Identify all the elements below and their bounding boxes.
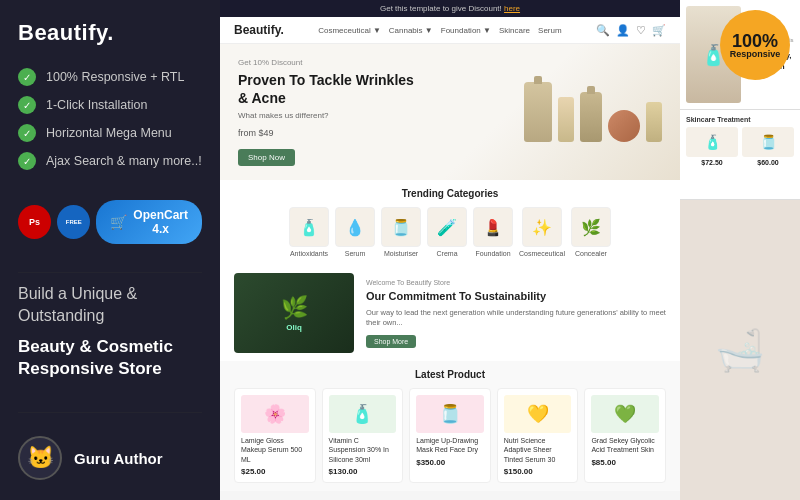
product-card[interactable]: 🫙 Lamige Up-Drawing Mask Red Face Dry $3…	[409, 388, 491, 482]
free-badge: FREE	[57, 205, 90, 239]
feature-text: 1-Click Installation	[46, 98, 147, 112]
nav-item[interactable]: Skincare	[499, 26, 530, 35]
check-icon: ✓	[18, 124, 36, 142]
category-label: Cosmeceutical	[519, 250, 565, 257]
responsive-percent: 100%	[732, 32, 778, 50]
category-item[interactable]: 💄 Foundation	[473, 207, 513, 257]
product-tube	[558, 97, 574, 142]
site-nav: Beautify. Cosmeceutical ▼ Cannabis ▼ Fou…	[220, 17, 680, 44]
latest-title: Latest Product	[234, 369, 666, 380]
sust-title: Our Commitment To Sustainability	[366, 289, 666, 303]
sust-tag: Welcome To Beautify Store	[366, 279, 666, 286]
product-round	[608, 110, 640, 142]
sustainability-text: Welcome To Beautify Store Our Commitment…	[354, 273, 666, 353]
mini-product[interactable]: 🧴 $72.50	[686, 127, 738, 166]
category-thumb: 💧	[335, 207, 375, 247]
nav-item[interactable]: Serum	[538, 26, 562, 35]
category-thumb: ✨	[522, 207, 562, 247]
hero-tag: Get 10% Discount	[238, 58, 418, 67]
feature-text: Ajax Search & many more..!	[46, 154, 202, 168]
feature-item: ✓ 1-Click Installation	[18, 96, 202, 114]
product-name: Lamige Up-Drawing Mask Red Face Dry	[416, 436, 484, 454]
feature-item: ✓ Horizontal Mega Menu	[18, 124, 202, 142]
promo-link[interactable]: here	[504, 4, 520, 13]
category-thumb: 🫙	[381, 207, 421, 247]
product-card[interactable]: 💛 Nutri Science Adaptive Sheer Tinted Se…	[497, 388, 579, 482]
product-price: $85.00	[591, 458, 659, 467]
divider	[18, 412, 202, 413]
category-label: Antioxidants	[290, 250, 328, 257]
hero-text: Get 10% Discount Proven To Tackle Wrinkl…	[238, 58, 418, 166]
mini-product[interactable]: 🫙 $60.00	[742, 127, 794, 166]
hero-title: Proven To Tackle Wrinkles & Acne	[238, 71, 418, 107]
site-logo: Beautify.	[234, 23, 284, 37]
author-icon: 🐱	[27, 445, 54, 471]
opencart-button[interactable]: 🛒 OpenCart 4.x	[96, 200, 202, 244]
ps-badge: Ps	[18, 205, 51, 239]
category-thumb: 💄	[473, 207, 513, 247]
nav-item[interactable]: Foundation ▼	[441, 26, 491, 35]
mini-price: $72.50	[686, 159, 738, 166]
category-item[interactable]: 🧪 Crema	[427, 207, 467, 257]
trending-section: Trending Categories 🧴 Antioxidants 💧 Ser…	[220, 180, 680, 265]
search-icon[interactable]: 🔍	[596, 24, 610, 37]
product-card[interactable]: 🧴 Vitamin C Suspension 30% In Silicone 3…	[322, 388, 404, 482]
feature-item: ✓ Ajax Search & many more..!	[18, 152, 202, 170]
sidebar: Beautify. ✓ 100% Responsive + RTL ✓ 1-Cl…	[0, 0, 220, 500]
category-thumb: 🧴	[289, 207, 329, 247]
product-price: $150.00	[504, 467, 572, 476]
hero-products	[524, 82, 662, 142]
nav-item[interactable]: Cannabis ▼	[389, 26, 433, 35]
promo-text: Get this template to give Discount!	[380, 4, 502, 13]
categories-row: 🧴 Antioxidants 💧 Serum 🫙 Moisturiser 🧪 C…	[234, 207, 666, 257]
product-image: 💚	[591, 395, 659, 433]
product-name: Nutri Science Adaptive Sheer Tinted Seru…	[504, 436, 572, 463]
category-label: Crema	[437, 250, 458, 257]
category-item[interactable]: 💧 Serum	[335, 207, 375, 257]
product-card[interactable]: 💚 Grad Sekey Glycolic Acid Treatment Ski…	[584, 388, 666, 482]
check-icon: ✓	[18, 152, 36, 170]
category-label: Moisturiser	[384, 250, 418, 257]
responsive-label: Responsive	[730, 50, 781, 59]
build-text: Build a Unique & Outstanding	[18, 283, 202, 328]
category-item[interactable]: 🫙 Moisturiser	[381, 207, 421, 257]
product-card[interactable]: 🌸 Lamige Gloss Makeup Serum 500 ML $25.0…	[234, 388, 316, 482]
badges-row: Ps FREE 🛒 OpenCart 4.x	[18, 200, 202, 244]
shop-now-button[interactable]: Shop Now	[238, 149, 295, 166]
hero-price: from $49	[238, 128, 418, 138]
mini-product-image: 🫙	[742, 127, 794, 157]
product-price: $350.00	[416, 458, 484, 467]
category-thumb: 🧪	[427, 207, 467, 247]
latest-section: Latest Product 🌸 Lamige Gloss Makeup Ser…	[220, 361, 680, 490]
check-icon: ✓	[18, 96, 36, 114]
category-item[interactable]: 🧴 Antioxidants	[289, 207, 329, 257]
nav-icons: 🔍 👤 ♡ 🛒	[596, 24, 666, 37]
feature-text: 100% Responsive + RTL	[46, 70, 184, 84]
product-name: Vitamin C Suspension 30% In Silicone 30m…	[329, 436, 397, 463]
hero-subtitle: What makes us different?	[238, 111, 418, 120]
product-image: 🧴	[329, 395, 397, 433]
product-bottle-1	[524, 82, 552, 142]
cart-icon[interactable]: 🛒	[652, 24, 666, 37]
feature-item: ✓ 100% Responsive + RTL	[18, 68, 202, 86]
category-item[interactable]: ✨ Cosmeceutical	[519, 207, 565, 257]
product-price: $25.00	[241, 467, 309, 476]
nav-links: Cosmeceutical ▼ Cannabis ▼ Foundation ▼ …	[318, 26, 561, 35]
responsive-badge: 100% Responsive	[720, 10, 790, 80]
author-name: Guru Author	[74, 450, 163, 467]
shop-more-button[interactable]: Shop More	[366, 335, 416, 348]
heart-icon[interactable]: ♡	[636, 24, 646, 37]
sidebar-title: Beautify.	[18, 20, 202, 46]
author-avatar: 🐱	[18, 436, 62, 480]
opencart-label: OpenCart 4.x	[133, 208, 188, 236]
nav-item[interactable]: Cosmeceutical ▼	[318, 26, 381, 35]
promo-bar: Get this template to give Discount! here	[220, 0, 680, 17]
sust-desc: Our way to lead the next generation whil…	[366, 308, 666, 329]
category-thumb: 🌿	[571, 207, 611, 247]
check-icon: ✓	[18, 68, 36, 86]
products-grid: 🌸 Lamige Gloss Makeup Serum 500 ML $25.0…	[234, 388, 666, 482]
mini-products-row: 🧴 $72.50 🫙 $60.00	[686, 127, 794, 166]
user-icon[interactable]: 👤	[616, 24, 630, 37]
feature-list: ✓ 100% Responsive + RTL ✓ 1-Click Instal…	[18, 68, 202, 180]
category-item[interactable]: 🌿 Concealer	[571, 207, 611, 257]
